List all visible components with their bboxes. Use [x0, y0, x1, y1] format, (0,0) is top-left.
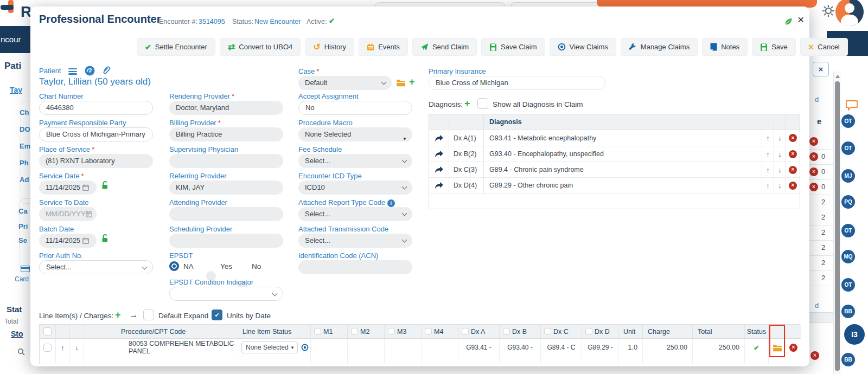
- dx-move-up-button[interactable]: ↑: [762, 177, 774, 193]
- calendar-small-icon[interactable]: [82, 184, 89, 191]
- remove-icon[interactable]: ×: [809, 167, 818, 176]
- patient-name[interactable]: Taylor, Lillian (50 years old): [39, 76, 151, 87]
- dx-remove-button[interactable]: ×: [786, 177, 800, 193]
- billing-provider-field[interactable]: Billing Practice: [169, 127, 283, 141]
- message-badge[interactable]: MJ: [841, 169, 855, 183]
- attending-provider-field[interactable]: [169, 207, 283, 221]
- events-button[interactable]: Events: [359, 38, 408, 56]
- line-item-add-icon[interactable]: +: [115, 309, 121, 321]
- m3-header-checkbox[interactable]: [388, 328, 395, 335]
- dxd-header-checkbox[interactable]: [585, 328, 592, 335]
- procedure-macro-select[interactable]: None Selected▼: [298, 127, 412, 141]
- dxb-header-checkbox[interactable]: [503, 328, 510, 335]
- paperclip-icon[interactable]: [102, 66, 111, 75]
- dx-share-icon[interactable]: [429, 146, 449, 162]
- m1-header-checkbox[interactable]: [314, 328, 321, 335]
- sto-link-fragment[interactable]: Sto: [11, 330, 23, 338]
- payment-responsible-party-field[interactable]: Blue Cross of Michigan-Primary: [39, 127, 153, 141]
- row-move-down-button[interactable]: ↓: [70, 339, 84, 356]
- message-badge[interactable]: OT: [841, 141, 855, 155]
- chart-number-field[interactable]: 4646380: [39, 101, 153, 115]
- dx-share-icon[interactable]: [429, 130, 449, 146]
- row-checkbox[interactable]: [43, 344, 52, 352]
- line-item-arrow-icon[interactable]: →: [129, 310, 138, 320]
- place-of-service-field[interactable]: (81) RXNT Laboratory: [39, 154, 153, 168]
- chat-bubble-icon[interactable]: [845, 100, 858, 111]
- show-all-diagnosis-checkbox[interactable]: [477, 98, 488, 109]
- message-badge-large[interactable]: I3: [844, 324, 865, 345]
- accept-assignment-field[interactable]: No: [298, 101, 412, 115]
- units-by-date-checkbox[interactable]: ✔: [212, 309, 222, 320]
- rendering-provider-field[interactable]: Doctor, Maryland: [169, 101, 283, 115]
- attached-report-type-code-select[interactable]: Select...: [298, 207, 412, 221]
- dx-move-down-button[interactable]: ↓: [774, 162, 786, 177]
- identification-code-acn-field[interactable]: [298, 260, 412, 274]
- row-eye-icon[interactable]: [301, 344, 309, 351]
- select-all-checkbox[interactable]: [43, 327, 52, 336]
- supervising-physician-field[interactable]: [169, 154, 283, 168]
- primary-insurance-field[interactable]: Blue Cross of Michigan: [429, 76, 605, 90]
- view-claims-button[interactable]: View Claims: [550, 38, 616, 56]
- m4-header-checkbox[interactable]: [425, 328, 432, 335]
- m4-cell[interactable]: [422, 339, 458, 356]
- dx-move-up-button[interactable]: ↑: [762, 162, 774, 177]
- epsdt-option-na[interactable]: NA: [183, 262, 194, 270]
- dx-move-up-button[interactable]: ↑: [762, 146, 774, 162]
- message-badge[interactable]: OT: [841, 114, 855, 128]
- dx-remove-button[interactable]: ×: [786, 162, 800, 177]
- history-button[interactable]: ↺History: [305, 38, 354, 56]
- case-folder-icon[interactable]: [396, 79, 406, 87]
- notes-button[interactable]: Notes: [702, 38, 748, 56]
- remove-icon[interactable]: ×: [809, 183, 818, 191]
- dx-share-icon[interactable]: [429, 162, 449, 177]
- scheduling-provider-field[interactable]: [169, 234, 283, 248]
- dx-share-icon[interactable]: [429, 177, 449, 193]
- dxc-cell[interactable]: G89.4 - C: [541, 339, 582, 356]
- message-badge[interactable]: BB: [841, 305, 855, 318]
- convert-to-ubo4-button[interactable]: ⇄Convert to UBO4: [220, 38, 301, 56]
- info-icon[interactable]: i: [387, 199, 395, 207]
- hamburger-icon[interactable]: [68, 68, 77, 75]
- message-badge[interactable]: MQ: [841, 250, 855, 263]
- m2-cell[interactable]: [348, 339, 385, 356]
- send-claim-button[interactable]: Send Claim: [412, 38, 477, 56]
- epsdt-condition-indicator-select[interactable]: [169, 287, 283, 301]
- dxc-header-checkbox[interactable]: [544, 328, 551, 335]
- unlock-icon[interactable]: [101, 234, 110, 243]
- line-item-status-select[interactable]: None Selected▾: [241, 341, 298, 353]
- m2-header-checkbox[interactable]: [351, 328, 358, 335]
- dx-move-down-button[interactable]: ↓: [774, 177, 786, 193]
- epsdt-option-no[interactable]: No: [252, 262, 261, 270]
- fee-schedule-select[interactable]: Select...: [298, 154, 412, 168]
- dx-move-down-button[interactable]: ↓: [774, 146, 786, 162]
- row-move-up-button[interactable]: ↑: [56, 339, 70, 356]
- dx-move-up-button[interactable]: ↑: [762, 130, 774, 146]
- remove-icon[interactable]: ×: [809, 152, 818, 161]
- calendar-small-icon[interactable]: [86, 211, 92, 217]
- referring-provider-field[interactable]: KIM, JAY: [169, 180, 283, 195]
- nav-encounters-fragment[interactable]: ncour: [0, 26, 30, 53]
- row-remove-icon[interactable]: ×: [789, 344, 797, 352]
- dx-remove-button[interactable]: ×: [786, 130, 800, 146]
- message-badge[interactable]: BB: [841, 353, 855, 366]
- search-icon[interactable]: [17, 348, 25, 356]
- save-button[interactable]: Save: [752, 38, 796, 56]
- remove-icon[interactable]: ×: [809, 137, 818, 146]
- encounter-number-value[interactable]: 3514095: [199, 18, 225, 25]
- user-avatar[interactable]: [835, 0, 864, 26]
- gauge-icon[interactable]: [85, 66, 95, 76]
- cancel-button[interactable]: ×Cancel: [800, 38, 848, 56]
- case-select[interactable]: Default: [298, 76, 392, 90]
- unit-cell[interactable]: 1.0: [619, 339, 643, 356]
- m1-cell[interactable]: [311, 339, 348, 356]
- message-badge[interactable]: OT: [841, 278, 855, 292]
- prior-auth-select[interactable]: Select...: [39, 260, 153, 274]
- attached-transmission-code-select[interactable]: Select...: [298, 234, 412, 248]
- unlock-icon[interactable]: [101, 180, 110, 190]
- card-label-fragment[interactable]: Card: [15, 275, 29, 283]
- settle-encounter-button[interactable]: ✔Settle Encounter: [137, 38, 215, 56]
- dxa-header-checkbox[interactable]: [462, 328, 469, 335]
- scrollbar-up-arrow[interactable]: [835, 75, 840, 78]
- message-badge[interactable]: OT: [841, 224, 855, 237]
- vertical-scrollbar[interactable]: [833, 72, 840, 374]
